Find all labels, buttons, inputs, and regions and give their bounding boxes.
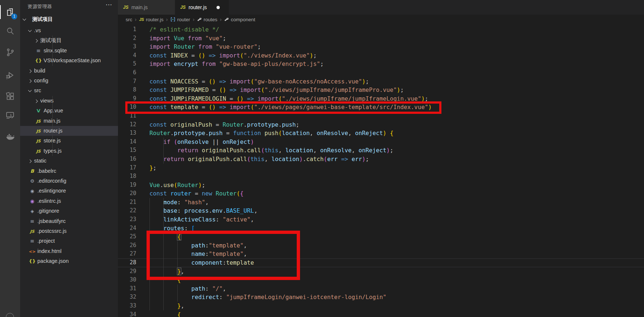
tree-item-src[interactable]: src [20, 86, 118, 96]
code-text: return originalPush.call(this, location,… [149, 146, 393, 155]
code-line-8: 8const JUMPIFRAMED = () => import("./vie… [118, 86, 644, 94]
tree-item-static[interactable]: static [20, 156, 118, 166]
tree-item-main.js[interactable]: JSmain.js [20, 116, 118, 126]
breadcrumb-item-router[interactable]: router [170, 17, 190, 22]
line-number: 27 [118, 250, 136, 258]
tree-item-App.vue[interactable]: VApp.vue [20, 106, 118, 116]
code-text: const NOACCESS = () => import("gw-base-n… [149, 77, 369, 86]
line-number: 17 [118, 164, 136, 172]
line-number: 34 [118, 310, 136, 317]
source-control-icon[interactable] [0, 43, 20, 61]
code-text: { [149, 232, 181, 241]
wrench-icon [224, 17, 229, 22]
breadcrumb-item-routes[interactable]: routes [197, 17, 218, 22]
line-number: 14 [118, 138, 136, 146]
tree-item-build[interactable]: build [20, 66, 118, 76]
code-text: import encrypt from "gw-base-api-plus/en… [149, 60, 324, 68]
code-line-34: 34 { [118, 310, 644, 317]
vue-file-icon: V [35, 106, 42, 116]
code-line-31: 31 path: "/", [118, 284, 644, 293]
code-text: const JUMPiFRAMEDLOGIN = () => import(".… [149, 94, 428, 103]
code-text: const originalPush = Router.prototype.pu… [149, 120, 299, 129]
tree-item-package.json[interactable]: {}package.json [20, 256, 118, 266]
tree-item-label: slnx.sqlite [44, 48, 67, 53]
tree-item-types.js[interactable]: JStypes.js [20, 146, 118, 156]
indent-guide [177, 241, 178, 267]
tree-item-label: App.vue [44, 108, 63, 113]
code-line-24: 24 routes: [ [118, 224, 644, 233]
chevron-right-icon [34, 39, 38, 43]
account-icon[interactable] [6, 313, 14, 317]
tree-item-label: .eslintrc.js [37, 198, 61, 204]
tree-item-views[interactable]: views [20, 96, 118, 106]
tab-router.js[interactable]: JSrouter.js [175, 0, 229, 15]
tree-item-.postcssrc.js[interactable]: JS.postcssrc.js [20, 226, 118, 236]
breadcrumb-item-component[interactable]: component [224, 17, 255, 22]
run-debug-icon[interactable] [0, 66, 20, 84]
tree-item-VSWorkspaceState.json[interactable]: {}VSWorkspaceState.json [20, 56, 118, 66]
code-line-32: 32 redirect: "jumpIframeLogin/ganwei-iot… [118, 293, 644, 302]
code-text: path:"template", [149, 241, 247, 250]
breadcrumb-label: component [231, 17, 255, 22]
tree-item-.project[interactable]: ≡.project [20, 236, 118, 246]
line-number: 31 [118, 284, 136, 293]
code-line-27: 27 name:"template", [118, 250, 644, 258]
search-icon[interactable] [0, 22, 20, 40]
modified-dot-icon[interactable] [216, 6, 220, 9]
code-line-22: 22 base: process.env.BASE_URL, [118, 206, 644, 215]
tree-item-_[interactable]: 测试项目 [20, 36, 118, 45]
extensions-icon[interactable] [0, 87, 20, 105]
code-text: import Router from "vue-router"; [149, 42, 261, 51]
explorer-icon[interactable]: 1 [0, 3, 20, 21]
line-number: 4 [118, 51, 136, 60]
tree-item-.eslintignore[interactable]: ◉.eslintignore [20, 186, 118, 196]
tree-item-.editorconfig[interactable]: ⚙.editorconfig [20, 176, 118, 186]
code-line-6: 6 [118, 68, 644, 77]
code-text: const router = new Router({ [149, 189, 244, 198]
tree-item-store.js[interactable]: JSstore.js [20, 136, 118, 146]
tree-item-.babelrc[interactable]: B.babelrc [20, 166, 118, 176]
docker-icon[interactable] [0, 127, 20, 146]
gear-file-icon: ⚙ [29, 176, 36, 186]
code-text: /* eslint-disable */ [149, 25, 219, 34]
tab-main.js[interactable]: JSmain.js [118, 0, 175, 15]
tree-root-folder[interactable]: 测试项目 [20, 14, 118, 24]
tree-item-.eslintrc.js[interactable]: ◉.eslintrc.js [20, 196, 118, 206]
remote-explorer-icon[interactable] [0, 106, 20, 124]
code-line-17: 17}; [118, 164, 644, 172]
js-file-icon: JS [29, 227, 36, 236]
breadcrumb-item-src[interactable]: src [126, 17, 132, 22]
explorer-more-actions[interactable]: ⋯ [106, 1, 112, 9]
line-number: 24 [118, 224, 136, 233]
code-line-20: 20const router = new Router({ [118, 189, 644, 198]
breadcrumb-item-router.js[interactable]: JSrouter.js [139, 17, 164, 22]
line-number: 19 [118, 181, 136, 190]
tree-item-label: 测试项目 [40, 37, 62, 43]
line-number: 1 [118, 25, 136, 34]
tree-item-config[interactable]: config [20, 76, 118, 86]
tree-item-index.html[interactable]: <>index.html [20, 246, 118, 256]
breadcrumb-label: router [177, 17, 190, 22]
code-editor[interactable]: 1/* eslint-disable */2import Vue from "v… [118, 24, 644, 317]
code-text: path: "/", [149, 284, 226, 293]
tree-item-.vs[interactable]: .vs [20, 26, 118, 36]
chevron-right-icon [28, 69, 32, 73]
tree-item-label: index.html [37, 248, 62, 254]
code-lines: 1/* eslint-disable */2import Vue from "v… [118, 25, 644, 317]
js-file-icon: JS [35, 136, 42, 146]
line-number: 22 [118, 206, 136, 215]
line-number: 23 [118, 215, 136, 224]
line-number: 30 [118, 276, 136, 284]
json-file-icon: {} [29, 256, 36, 266]
js-file-icon: JS [180, 5, 186, 10]
line-number: 16 [118, 155, 136, 164]
tree-item-slnx.sqlite[interactable]: ≡slnx.sqlite [20, 46, 118, 56]
tree-item-.jsbeautifyrc[interactable]: ≡.jsbeautifyrc [20, 216, 118, 226]
js-file-icon: JS [35, 126, 42, 136]
tree-item-.gitignore[interactable]: ◈.gitignore [20, 206, 118, 216]
tree-item-router.js[interactable]: JSrouter.js [20, 126, 118, 136]
indent-guide [163, 198, 164, 310]
line-number: 29 [118, 267, 136, 276]
symbol-module-icon [170, 17, 175, 22]
code-line-1: 1/* eslint-disable */ [118, 25, 644, 34]
